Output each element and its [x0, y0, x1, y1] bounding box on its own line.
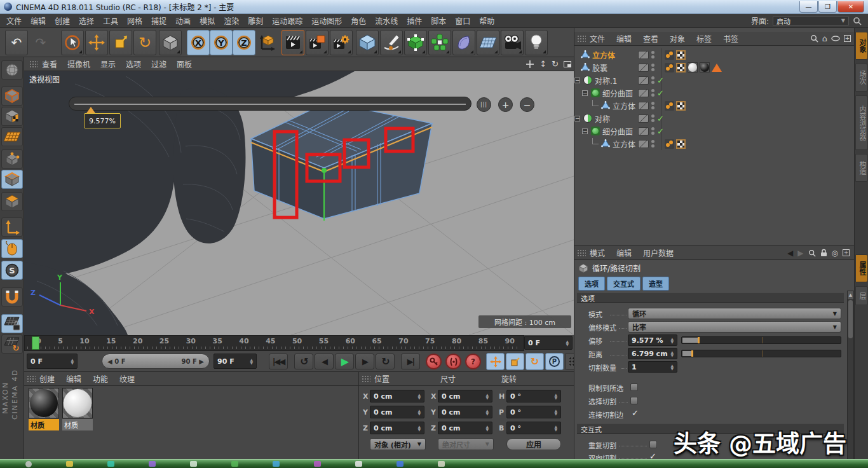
- scrollbar-thumb[interactable]: [848, 300, 853, 338]
- last-tool-button[interactable]: [159, 30, 182, 55]
- vp-menu-panel[interactable]: 面板: [177, 59, 192, 69]
- om-menu-bookmark[interactable]: 书签: [723, 33, 738, 44]
- menu-simulate[interactable]: 模拟: [200, 15, 215, 26]
- model-mode-button[interactable]: [1, 86, 23, 106]
- section-options[interactable]: 选项: [577, 292, 844, 303]
- mat-menu-create[interactable]: 创建: [39, 373, 55, 384]
- undo-button[interactable]: ↶: [5, 30, 28, 55]
- render-settings-button[interactable]: [330, 30, 353, 55]
- taskbar-icon[interactable]: [190, 461, 197, 467]
- pos-y-field[interactable]: 0 cm▲▼: [370, 406, 424, 418]
- om-menu-file[interactable]: 文件: [590, 33, 605, 44]
- visibility-dots[interactable]: [651, 102, 654, 109]
- visibility-dots[interactable]: [651, 89, 654, 97]
- search-icon[interactable]: [808, 249, 816, 257]
- material-tag-white-icon[interactable]: [688, 62, 698, 72]
- close-button[interactable]: ✕: [837, 1, 864, 13]
- render-view-button[interactable]: [281, 30, 304, 55]
- panel-grip[interactable]: [577, 249, 586, 257]
- tab-options[interactable]: 选项: [578, 277, 605, 291]
- layer-toggle[interactable]: [638, 89, 649, 97]
- menu-edit[interactable]: 编辑: [31, 15, 46, 26]
- mat-menu-texture[interactable]: 纹理: [119, 373, 135, 384]
- taskbar-icon[interactable]: [273, 461, 280, 467]
- menu-script[interactable]: 脚本: [431, 15, 446, 26]
- menu-mograph[interactable]: 运动图形: [311, 15, 342, 26]
- current-frame-field[interactable]: 0 F ▲▼: [27, 354, 78, 369]
- coordinate-system-button[interactable]: [255, 30, 278, 55]
- range-right-icon[interactable]: ▶: [199, 358, 204, 365]
- enabled-check-icon[interactable]: ✓: [657, 127, 664, 136]
- object-row-cube2[interactable]: 立方体: [574, 99, 855, 112]
- menu-pipeline[interactable]: 流水线: [375, 15, 398, 26]
- keyframe-selection-button[interactable]: ?: [465, 354, 481, 369]
- lock-icon[interactable]: [820, 249, 827, 257]
- visibility-dots[interactable]: [651, 114, 654, 122]
- search-icon[interactable]: [853, 17, 862, 25]
- key-position-button[interactable]: [486, 353, 505, 370]
- minimize-button[interactable]: —: [799, 1, 818, 13]
- tab-interactive[interactable]: 交互式: [607, 277, 641, 291]
- visibility-dots[interactable]: [651, 64, 654, 71]
- enable-axis-button[interactable]: [1, 239, 23, 258]
- menu-plugins[interactable]: 插件: [407, 15, 422, 26]
- rot-p-field[interactable]: 0 °▲▼: [506, 406, 561, 418]
- tab-content-browser[interactable]: 内容浏览器: [855, 95, 868, 150]
- key-parameter-button[interactable]: P: [545, 353, 564, 370]
- vp-menu-camera[interactable]: 摄像机: [67, 59, 90, 69]
- om-menu-object[interactable]: 对象: [670, 33, 685, 44]
- subdivision-surface-button[interactable]: [404, 30, 427, 55]
- lock-workplane-button[interactable]: [1, 314, 23, 333]
- am-menu-mode[interactable]: 模式: [590, 247, 605, 258]
- panel-grip[interactable]: [27, 375, 36, 383]
- uvw-tag-icon[interactable]: [676, 101, 686, 111]
- object-row-symmetry2[interactable]: − 对称 ✓: [574, 112, 855, 125]
- distance-field[interactable]: 6.799 cm ▲▼: [628, 348, 677, 359]
- axis-mode-button[interactable]: [1, 217, 23, 237]
- make-editable-button[interactable]: [1, 60, 23, 79]
- taskbar-icon[interactable]: [231, 461, 238, 467]
- slider-pause-button[interactable]: |||: [477, 97, 491, 112]
- previous-frame-button[interactable]: ◀: [315, 354, 334, 369]
- rotate-view-icon[interactable]: ↻: [552, 59, 559, 69]
- layer-toggle[interactable]: [638, 127, 649, 135]
- deformer-button[interactable]: [452, 30, 475, 55]
- slider-marker[interactable]: [86, 107, 95, 113]
- offset-field[interactable]: 9.577 % ▲▼: [628, 334, 677, 346]
- om-menu-tag[interactable]: 标签: [696, 33, 712, 44]
- apply-button[interactable]: 应用: [506, 438, 561, 450]
- uvw-tag-icon[interactable]: [676, 50, 686, 60]
- select-cut-checkbox[interactable]: [630, 397, 638, 404]
- vp-menu-display[interactable]: 显示: [100, 59, 116, 69]
- object-row-symmetry1[interactable]: − 对称.1 ✓: [574, 74, 855, 86]
- size-x-field[interactable]: 0 cm▲▼: [438, 390, 492, 403]
- timeline-playhead[interactable]: [32, 336, 39, 350]
- menu-help[interactable]: 帮助: [479, 15, 494, 26]
- vp-menu-filter[interactable]: 过滤: [151, 59, 166, 69]
- zoom-view-icon[interactable]: ↕: [539, 59, 546, 69]
- key-scale-button[interactable]: [506, 353, 524, 370]
- collapse-icon[interactable]: −: [574, 78, 580, 83]
- selection-tag-icon[interactable]: [665, 63, 674, 72]
- taskbar-icon[interactable]: [149, 461, 156, 467]
- floor-button[interactable]: [477, 30, 499, 55]
- cuts-field[interactable]: 1 ▲▼: [628, 361, 677, 373]
- size-z-field[interactable]: 0 cm▲▼: [438, 422, 492, 434]
- tab-objects[interactable]: 对象: [855, 32, 868, 60]
- play-button[interactable]: ▶: [335, 354, 354, 369]
- tab-structure[interactable]: 构造: [855, 154, 868, 182]
- am-menu-userdata[interactable]: 用户数据: [643, 247, 674, 258]
- add-primitive-cube-button[interactable]: [356, 30, 379, 55]
- taskbar-icon[interactable]: [355, 461, 362, 467]
- history-forward-icon[interactable]: ▶: [797, 249, 803, 258]
- material-swatch-white[interactable]: 材质: [62, 388, 94, 430]
- panel-grip[interactable]: [362, 375, 370, 383]
- redo-button[interactable]: ↷: [29, 30, 52, 55]
- vp-menu-view[interactable]: 查看: [42, 59, 57, 69]
- material-tag-black-icon[interactable]: [700, 62, 710, 72]
- offset-slider[interactable]: [681, 336, 841, 344]
- layer-toggle[interactable]: [638, 76, 649, 85]
- spline-pen-button[interactable]: [380, 30, 403, 55]
- path-level-icon[interactable]: [831, 36, 840, 41]
- menu-file[interactable]: 文件: [6, 15, 22, 26]
